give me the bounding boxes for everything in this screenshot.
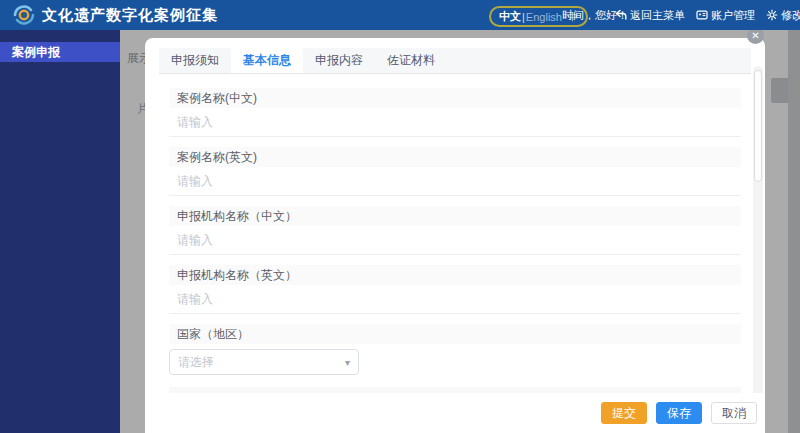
gear-icon (766, 9, 778, 21)
institution-name-zh-input[interactable] (169, 226, 741, 254)
tab-basic-info[interactable]: 基本信息 (231, 48, 303, 73)
tab-declaration-notice[interactable]: 申报须知 (159, 48, 231, 73)
app-logo-icon (12, 3, 36, 27)
field-institution-name-en: 申报机构名称（英文） (169, 265, 741, 314)
country-select-placeholder: 请选择 (178, 354, 214, 371)
country-select[interactable]: 请选择 ▾ (169, 349, 359, 375)
declaration-form-modal: ✕ 申报须知 基本信息 申报内容 佐证材料 案例名称(中文) 案例名称(英文) … (145, 38, 765, 433)
modal-footer: 提交 保存 取消 (145, 393, 765, 433)
change-password-button[interactable]: 修改密码 (766, 8, 800, 23)
tab-declaration-content[interactable]: 申报内容 (303, 48, 375, 73)
language-divider: | (522, 11, 525, 23)
tab-supporting-materials[interactable]: 佐证材料 (375, 48, 447, 73)
change-password-label: 修改密码 (781, 8, 800, 23)
chevron-down-icon: ▾ (345, 357, 350, 368)
app-window: 文化遗产数字化案例征集 中文 | English 中 时间，您好！ 返回主菜单 (0, 0, 800, 433)
field-label-case-name-en: 案例名称(英文) (169, 147, 741, 167)
modal-scrollbar-thumb[interactable] (754, 70, 762, 182)
field-case-name-en: 案例名称(英文) (169, 147, 741, 196)
field-label-institution-zh: 申报机构名称（中文） (169, 206, 741, 226)
left-sidebar: 案例申报 (0, 30, 120, 433)
sidebar-item-case-declaration[interactable]: 案例申报 (0, 42, 120, 62)
language-en-label[interactable]: English (526, 11, 562, 23)
account-management-button[interactable]: 账户管理 (696, 8, 755, 23)
back-arrow-icon (615, 9, 627, 21)
form-content: 案例名称(中文) 案例名称(英文) 申报机构名称（中文） 申报机构名称（英文） … (169, 88, 741, 394)
institution-name-en-input[interactable] (169, 285, 741, 313)
save-button[interactable]: 保存 (656, 402, 702, 424)
field-label-case-name-zh: 案例名称(中文) (169, 88, 741, 108)
account-card-icon (696, 9, 708, 21)
field-case-name-zh: 案例名称(中文) (169, 88, 741, 137)
cancel-button[interactable]: 取消 (711, 402, 757, 424)
submit-button[interactable]: 提交 (601, 402, 647, 424)
page-title: 文化遗产数字化案例征集 (42, 0, 218, 30)
account-management-label: 账户管理 (711, 8, 755, 23)
language-zh-label[interactable]: 中文 (499, 9, 521, 24)
field-label-institution-en: 申报机构名称（英文） (169, 265, 741, 285)
background-scrollbar (788, 30, 800, 433)
return-main-menu-label: 返回主菜单 (630, 8, 685, 23)
field-label-country: 国家（地区） (169, 324, 741, 344)
field-country-region: 国家（地区） 请选择 ▾ (169, 324, 741, 375)
header-menu: 返回主菜单 账户管理 修改密码 (615, 0, 800, 30)
form-tab-bar: 申报须知 基本信息 申报内容 佐证材料 (159, 48, 751, 74)
top-header-bar: 文化遗产数字化案例征集 中文 | English 中 时间，您好！ 返回主菜单 (0, 0, 800, 30)
case-name-zh-input[interactable] (169, 108, 741, 136)
case-name-en-input[interactable] (169, 167, 741, 195)
return-main-menu-button[interactable]: 返回主菜单 (615, 8, 685, 23)
field-institution-name-zh: 申报机构名称（中文） (169, 206, 741, 255)
